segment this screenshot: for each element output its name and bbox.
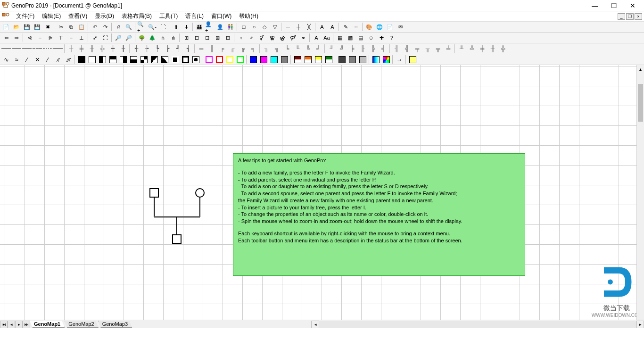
align-b-icon[interactable]: ⊥ — [76, 33, 87, 42]
globe-icon[interactable]: 🌐 — [374, 22, 385, 32]
connector-12-icon[interactable]: ═ — [196, 44, 206, 53]
male-icon[interactable]: □ — [239, 22, 249, 32]
gray-2-icon[interactable] — [357, 55, 368, 64]
menu-table-layout[interactable]: 表格布局(B) — [118, 11, 156, 21]
connector-38-icon[interactable]: ╪ — [477, 44, 487, 53]
connector-15-icon[interactable]: ╓ — [227, 44, 238, 53]
connector-24-icon[interactable]: ╜ — [326, 44, 337, 53]
multi-color-icon[interactable] — [381, 55, 391, 64]
align-t-icon[interactable]: ⊤ — [56, 33, 66, 42]
align-c-icon[interactable]: ≡ — [35, 33, 45, 42]
close-button[interactable]: ✕ — [623, 0, 642, 11]
open-icon[interactable]: 📂 — [11, 22, 22, 32]
line-style-5-icon[interactable] — [53, 44, 63, 53]
g4-icon[interactable]: ⊠ — [212, 33, 223, 42]
connector-37-icon[interactable]: ╩ — [467, 44, 477, 53]
p2-icon[interactable]: ♂ — [246, 33, 256, 42]
connector-21-icon[interactable]: ╙ — [292, 44, 303, 53]
minimize-button[interactable]: — — [586, 0, 604, 11]
tree3-icon[interactable]: ⋔ — [157, 33, 168, 42]
fill-pattern-9-icon[interactable] — [170, 55, 180, 64]
connector-33-icon[interactable]: ╥ — [422, 44, 433, 53]
unknown-icon[interactable]: ◇ — [259, 22, 270, 32]
connector-3-icon[interactable]: ╬ — [97, 44, 107, 53]
copy-icon[interactable]: ⧉ — [66, 22, 76, 32]
connector-17-icon[interactable]: ╕ — [248, 44, 258, 53]
zoom1-icon[interactable]: 🔎 — [113, 33, 124, 42]
connector-39-icon[interactable]: ╫ — [487, 44, 498, 53]
line-style-1-icon[interactable] — [11, 44, 22, 53]
fill-color-0-icon[interactable] — [248, 55, 258, 64]
gray-0-icon[interactable] — [337, 55, 347, 64]
tab-next[interactable]: ▸ — [15, 321, 23, 328]
connector-5-icon[interactable]: ╂ — [118, 44, 128, 53]
line-style-2-icon[interactable] — [22, 44, 32, 53]
child-symbol[interactable] — [173, 235, 181, 243]
connector-1-icon[interactable]: ╪ — [76, 44, 87, 53]
tree4-icon[interactable]: ⋔ — [168, 33, 178, 42]
connector-25-icon[interactable]: ╝ — [337, 44, 347, 53]
tree2-icon[interactable]: 🌲 — [147, 33, 157, 42]
grid1-icon[interactable]: ▦ — [335, 33, 345, 42]
connector-16-icon[interactable]: ╔ — [238, 44, 248, 53]
connector-26-icon[interactable]: ╞ — [347, 44, 357, 53]
canvas[interactable]: A few tips to get started with GenoPro: … — [0, 65, 644, 328]
wave-4-icon[interactable]: ⁄ — [42, 55, 53, 64]
connector-19-icon[interactable]: ╗ — [272, 44, 282, 53]
redo-icon[interactable]: ↷ — [100, 22, 110, 32]
connector-31-icon[interactable]: ╣ — [402, 44, 412, 53]
line-style-3-icon[interactable] — [32, 44, 42, 53]
connector-23-icon[interactable]: ╛ — [313, 44, 323, 53]
gray-1-icon[interactable] — [347, 55, 357, 64]
mdi-close[interactable]: × — [635, 13, 642, 20]
tree-up-icon[interactable]: ⬆ — [171, 22, 181, 32]
align-l-icon[interactable]: ⫷ — [25, 33, 35, 42]
resize-icon[interactable]: ⤢ — [90, 33, 100, 42]
scroll-thumb[interactable] — [638, 84, 643, 122]
connector-4-icon[interactable]: ┿ — [107, 44, 118, 53]
fill-pattern-5-icon[interactable] — [128, 55, 139, 64]
fill-color-2-icon[interactable] — [269, 55, 279, 64]
back-icon[interactable]: ⇦ — [1, 33, 11, 42]
doc-icon[interactable]: 📄 — [385, 22, 395, 32]
fill-pattern-2-icon[interactable] — [97, 55, 107, 64]
half-fill-0-icon[interactable] — [292, 55, 303, 64]
menu-window[interactable]: 窗口(W) — [207, 11, 235, 21]
menu-language[interactable]: 语言(L) — [182, 11, 207, 21]
fill-color-1-icon[interactable] — [258, 55, 269, 64]
maximize-button[interactable]: ☐ — [604, 0, 623, 11]
wave-1-icon[interactable]: ≈ — [11, 55, 22, 64]
p7-icon[interactable]: ⚭ — [298, 33, 308, 42]
border-color-1-icon[interactable] — [214, 55, 224, 64]
fill-pattern-3-icon[interactable] — [107, 55, 118, 64]
close-icon[interactable]: ✖ — [42, 22, 53, 32]
scroll-up-icon[interactable]: ▴ — [637, 65, 644, 73]
fill-pattern-1-icon[interactable] — [87, 55, 97, 64]
connector-22-icon[interactable]: ╚ — [303, 44, 313, 53]
cut-icon[interactable]: ✂ — [56, 22, 66, 32]
scroll-left-icon[interactable]: ◂ — [312, 321, 319, 328]
tips-box[interactable]: A few tips to get started with GenoPro: … — [233, 153, 525, 276]
dash-icon[interactable]: ┈ — [351, 22, 361, 32]
connector-11-icon[interactable]: ┪ — [183, 44, 193, 53]
connector-18-icon[interactable]: ╖ — [261, 44, 272, 53]
grid2-icon[interactable]: ▩ — [345, 33, 355, 42]
fill-pattern-4-icon[interactable] — [118, 55, 128, 64]
couple-icon[interactable]: 👫 — [225, 22, 236, 32]
female-icon[interactable]: ○ — [249, 22, 259, 32]
connector-10-icon[interactable]: ┩ — [173, 44, 183, 53]
new-icon[interactable]: ✚ — [376, 33, 387, 42]
wave-2-icon[interactable]: ∕ — [22, 55, 32, 64]
menu-edit[interactable]: 编辑(E) — [38, 11, 65, 21]
mdi-minimize[interactable]: _ — [618, 13, 625, 20]
connector-7-icon[interactable]: ┾ — [141, 44, 152, 53]
text-a-icon[interactable]: A — [327, 22, 338, 32]
text-icon[interactable]: A — [317, 22, 327, 32]
connector-2-icon[interactable]: ╫ — [87, 44, 97, 53]
mail-icon[interactable]: ✉ — [395, 22, 405, 32]
grid3-icon[interactable]: ▤ — [355, 33, 366, 42]
tree1-icon[interactable]: 🌳 — [137, 33, 147, 42]
p5-icon[interactable]: ⚣ — [277, 33, 288, 42]
menu-help[interactable]: 帮助(H) — [235, 11, 262, 21]
g5-icon[interactable]: ⊞ — [223, 33, 233, 42]
